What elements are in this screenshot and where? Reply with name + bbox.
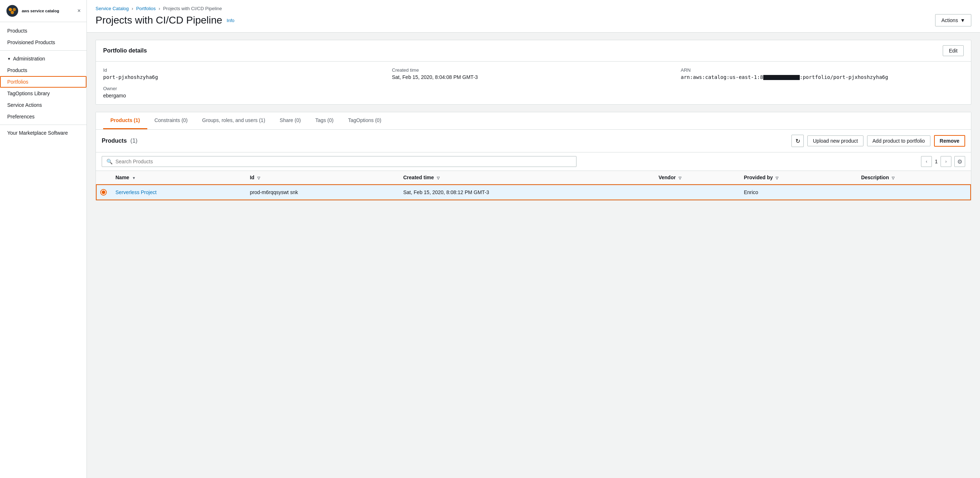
search-input[interactable] [115, 159, 572, 164]
prev-page-button[interactable]: ‹ [921, 156, 932, 167]
portfolio-details-card: Portfolio details Edit Id port-pjxhoshzy… [95, 40, 971, 105]
logo-text-group: aws service catalog [22, 9, 59, 13]
detail-id-group: Id port-pjxhoshzyha6g [103, 67, 386, 80]
tab-groups[interactable]: Groups, roles, and users (1) [195, 112, 272, 129]
sidebar-logo: aws service catalog × [0, 0, 86, 22]
logo-brand: aws service catalog [22, 9, 59, 13]
detail-arn-group: ARN arn:aws:catalog:us-east-1:8 :portfol… [681, 67, 964, 80]
refresh-icon: ↻ [795, 138, 800, 145]
arn-redacted [763, 75, 800, 80]
row-desc-cell [857, 184, 971, 200]
table-body: Serverless Project prod-m6rqqsyswt snk S… [96, 184, 971, 200]
products-count: (1) [130, 138, 137, 144]
sort-icon-created: ▽ [437, 176, 440, 180]
page-number: 1 [935, 159, 938, 164]
table-row[interactable]: Serverless Project prod-m6rqqsyswt snk S… [96, 184, 971, 200]
products-section-title: Products [102, 138, 127, 144]
search-box: 🔍 [102, 156, 576, 167]
sidebar-item-tagoptions-library[interactable]: TagOptions Library [0, 88, 86, 99]
detail-created-group: Created time Sat, Feb 15, 2020, 8:04:08 … [392, 67, 675, 80]
detail-owner-value: ebergamo [103, 93, 386, 99]
actions-label: Actions [941, 18, 958, 23]
sidebar-item-label: Provisioned Products [7, 40, 55, 45]
sort-icon-desc: ▽ [892, 176, 895, 180]
col-vendor-header[interactable]: Vendor ▽ [654, 171, 740, 184]
products-table: Name ▼ Id ▽ Created time ▽ [96, 171, 971, 200]
detail-arn-label: ARN [681, 67, 964, 73]
sort-icon-id: ▽ [257, 176, 260, 180]
aws-logo-icon [6, 4, 19, 18]
owner-row: Owner ebergamo [96, 86, 971, 104]
sort-icon-provided: ▽ [776, 176, 778, 180]
col-desc-header[interactable]: Description ▽ [857, 171, 971, 184]
sidebar-admin-section: ▼ Administration [0, 53, 86, 64]
detail-created-value: Sat, Feb 15, 2020, 8:04:08 PM GMT-3 [392, 74, 675, 80]
edit-button[interactable]: Edit [943, 45, 964, 56]
radio-button[interactable] [100, 189, 107, 196]
table-settings-button[interactable]: ⚙ [954, 156, 965, 167]
sidebar: aws service catalog × Products Provision… [0, 0, 87, 478]
sidebar-item-preferences[interactable]: Preferences [0, 111, 86, 123]
page-title-row: Projects with CI/CD Pipeline Info Action… [95, 14, 971, 32]
page-title-left: Projects with CI/CD Pipeline Info [95, 14, 234, 26]
refresh-button[interactable]: ↻ [791, 135, 804, 147]
sidebar-divider-2 [0, 124, 86, 125]
tab-tagoptions[interactable]: TagOptions (0) [341, 112, 389, 129]
tab-constraints[interactable]: Constraints (0) [147, 112, 195, 129]
detail-owner-label: Owner [103, 86, 386, 91]
row-name-cell: Serverless Project [111, 184, 245, 200]
portfolio-details-header: Portfolio details Edit [96, 40, 971, 62]
products-header: Products (1) ↻ Upload new product Add pr… [96, 130, 971, 153]
remove-button[interactable]: Remove [934, 135, 965, 147]
sort-icon-vendor: ▽ [679, 176, 681, 180]
products-card: Products (1) ↻ Upload new product Add pr… [96, 130, 971, 200]
close-sidebar-icon[interactable]: × [78, 8, 81, 14]
sidebar-item-admin-products[interactable]: Products [0, 64, 86, 76]
tab-share[interactable]: Share (0) [272, 112, 308, 129]
sidebar-item-products-top[interactable]: Products [0, 25, 86, 37]
actions-chevron-icon: ▼ [960, 18, 965, 23]
breadcrumb-sep-2: › [159, 6, 160, 11]
next-page-button[interactable]: › [940, 156, 951, 167]
table-head: Name ▼ Id ▽ Created time ▽ [96, 171, 971, 184]
col-select-header [96, 171, 111, 184]
pagination-controls: ‹ 1 › ⚙ [921, 156, 965, 167]
add-product-button[interactable]: Add product to portfolio [867, 135, 931, 146]
col-provided-header[interactable]: Provided by ▽ [739, 171, 857, 184]
upload-product-button[interactable]: Upload new product [807, 135, 864, 146]
breadcrumb-sep-1: › [132, 6, 133, 11]
sidebar-nav: Products Provisioned Products ▼ Administ… [0, 22, 86, 142]
actions-button[interactable]: Actions ▼ [935, 14, 971, 26]
tab-products[interactable]: Products (1) [103, 112, 147, 129]
admin-section-label: Administration [13, 56, 45, 62]
detail-owner-group: Owner ebergamo [103, 86, 386, 99]
row-radio-cell[interactable] [96, 184, 111, 200]
sort-desc-icon: ▼ [132, 176, 136, 180]
detail-id-value: port-pjxhoshzyha6g [103, 74, 386, 80]
info-badge[interactable]: Info [226, 18, 234, 23]
col-name-header[interactable]: Name ▼ [111, 171, 245, 184]
breadcrumb-service-catalog[interactable]: Service Catalog [95, 6, 129, 11]
product-name-link[interactable]: Serverless Project [115, 190, 157, 195]
sidebar-item-label: Service Actions [7, 102, 42, 108]
tab-tags[interactable]: Tags (0) [308, 112, 341, 129]
row-provided-cell: Enrico [739, 184, 857, 200]
svg-point-2 [13, 8, 16, 11]
col-created-header[interactable]: Created time ▽ [399, 171, 654, 184]
svg-point-3 [11, 11, 14, 14]
sidebar-item-service-actions[interactable]: Service Actions [0, 99, 86, 111]
main-content: Service Catalog › Portfolios › Projects … [87, 0, 980, 478]
breadcrumb-current: Projects with CI/CD Pipeline [163, 6, 222, 11]
breadcrumb-portfolios[interactable]: Portfolios [136, 6, 156, 11]
page-title: Projects with CI/CD Pipeline [95, 14, 222, 26]
breadcrumb: Service Catalog › Portfolios › Projects … [95, 6, 971, 11]
sidebar-item-marketplace[interactable]: Your Marketplace Software [0, 127, 86, 139]
table-header-row: Name ▼ Id ▽ Created time ▽ [96, 171, 971, 184]
tabs-bar: Products (1) Constraints (0) Groups, rol… [96, 112, 971, 130]
sidebar-item-provisioned-products[interactable]: Provisioned Products [0, 37, 86, 48]
sidebar-item-portfolios[interactable]: Portfolios [0, 76, 86, 88]
portfolio-details-body: Id port-pjxhoshzyha6g Created time Sat, … [96, 62, 971, 86]
search-row: 🔍 ‹ 1 › ⚙ [96, 153, 971, 171]
row-created-cell: Sat, Feb 15, 2020, 8:08:12 PM GMT-3 [399, 184, 654, 200]
col-id-header[interactable]: Id ▽ [245, 171, 399, 184]
